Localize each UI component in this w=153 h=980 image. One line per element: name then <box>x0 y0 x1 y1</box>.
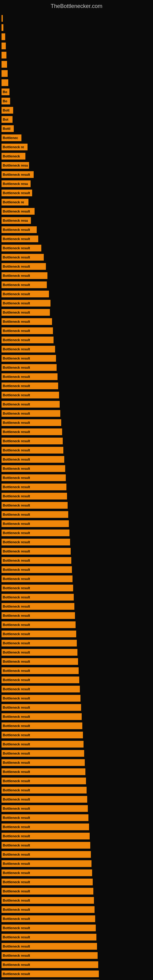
bar-label: Bottleneck result <box>3 899 30 902</box>
bar: Bottleneck result <box>2 667 79 674</box>
bar-label: Bottleneck result <box>3 687 30 691</box>
bar: Bottleneck result <box>2 649 77 656</box>
bar: Bottleneck result <box>2 189 32 196</box>
bar: Bottleneck result <box>2 851 91 858</box>
bar: Bottleneck resu <box>2 162 29 169</box>
bar: Bottleneck result <box>2 695 80 702</box>
bar-row: Bottleneck result <box>2 262 153 271</box>
bar-row: Bottleneck result <box>2 611 153 620</box>
bar-row: Bottleneck result <box>2 786 153 794</box>
bar-row: Bottleneck result <box>2 354 153 363</box>
bar <box>2 61 7 68</box>
bar-row: Bo <box>2 97 153 105</box>
bar: Bottleneck result <box>2 245 41 251</box>
bar-row: Bottleneck result <box>2 326 153 335</box>
bar-row: Bottleneck result <box>2 189 153 197</box>
bar: Bottleneck result <box>2 539 70 546</box>
bar-label: Bottleneck result <box>3 476 30 480</box>
bar-label: Bottleneck result <box>3 558 30 562</box>
bar: Bottleneck result <box>2 502 68 509</box>
bar-row <box>2 78 153 87</box>
bar-row: Bottleneck result <box>2 869 153 877</box>
bar-label: Bottleneck result <box>3 908 30 912</box>
bar-row: Bottleneck result <box>2 437 153 445</box>
bar: Bott <box>2 107 13 114</box>
bar-label: Bottleneck result <box>3 586 30 590</box>
bar-label: Bottleneck result <box>3 255 30 259</box>
bar-label: Bottleneck result <box>3 825 30 829</box>
bar-row: Bottleneck result <box>2 574 153 583</box>
bar: Bottleneck result <box>2 493 67 500</box>
bar-label: Bottleneck result <box>3 632 30 636</box>
bar-row: Bottleneck result <box>2 538 153 546</box>
bar-row: Bottleneck result <box>2 832 153 840</box>
bar-row: Bottleneck result <box>2 630 153 638</box>
bar: Bottleneck result <box>2 603 74 610</box>
bar: Bottleneck result <box>2 805 88 812</box>
bar: Bottleneck result <box>2 869 92 876</box>
bar: Bottleneck result <box>2 704 81 711</box>
bar-row: Bottleneck result <box>2 822 153 831</box>
bar: Bottleneck result <box>2 226 37 233</box>
bar-label: Bottleneck result <box>3 605 30 608</box>
bar: Bottleneck result <box>2 410 60 417</box>
bar: Bottleneck result <box>2 897 94 904</box>
bar-row: Bottleneck result <box>2 676 153 684</box>
bar-row: Bottleneck resu <box>2 180 153 188</box>
bar: Bottleneck result <box>2 566 72 573</box>
bar-label: Bottl <box>3 127 10 130</box>
bar-label: Bottleneck resu <box>3 164 28 167</box>
bar-label: Bottleneck result <box>3 430 30 434</box>
bar-label: Bottleneck result <box>3 751 30 755</box>
bar-row: Bottleneck result <box>2 510 153 519</box>
bar: Bottleneck result <box>2 401 60 407</box>
bar: Bottleneck result <box>2 612 75 619</box>
bar: Bottleneck result <box>2 732 83 738</box>
bar-label: Bottleneck <box>3 154 20 158</box>
bar-label: Bottleneck result <box>3 880 30 884</box>
bar: Bottleneck result <box>2 465 65 472</box>
bar-row <box>2 69 153 78</box>
bar-label: Bottleneck result <box>3 393 30 397</box>
bar-label: Bottleneck result <box>3 412 30 415</box>
bar-label: Bottleneck result <box>3 945 30 948</box>
bar-label: Bottleneck result <box>3 779 30 783</box>
bar: Bottleneck <box>2 153 26 159</box>
bar: Bottleneck result <box>2 824 89 830</box>
bar-row: Bottleneck result <box>2 207 153 216</box>
bar: Bottleneck result <box>2 943 97 950</box>
bar-row: Bottleneck re <box>2 143 153 151</box>
bar: Bot <box>2 116 13 123</box>
bar-label: Bottleneck result <box>3 274 30 277</box>
bar <box>2 15 3 22</box>
bar-row <box>2 14 153 23</box>
bar: Bottleneck result <box>2 318 52 325</box>
bar-label: Bottleneck result <box>3 935 30 939</box>
bar-label: Bottleneck result <box>3 301 30 305</box>
bar: Bottleneck result <box>2 557 71 564</box>
bar <box>2 24 3 31</box>
bar-row: Bottleneck <box>2 152 153 161</box>
bar: Bottleneck result <box>2 548 71 555</box>
bar-row: Bottlenec <box>2 134 153 142</box>
bar-label: Bottleneck result <box>3 356 30 360</box>
bar-row: Bottleneck result <box>2 464 153 473</box>
bar-label: Bottleneck result <box>3 807 30 810</box>
bar-label: Bottleneck result <box>3 697 30 700</box>
bar-label: Bottleneck result <box>3 816 30 819</box>
bar-label: Bottleneck result <box>3 310 30 314</box>
bar-row: Bottleneck result <box>2 915 153 923</box>
bar-row: Bottleneck result <box>2 767 153 776</box>
bar-row: Bottleneck result <box>2 483 153 491</box>
bar-label: Bottleneck resu <box>3 182 28 186</box>
bar-row: Bottleneck result <box>2 372 153 381</box>
bar: Bottleneck result <box>2 961 98 968</box>
bar-label: Bottleneck result <box>3 871 30 875</box>
bar-row: Bottleneck result <box>2 235 153 243</box>
bar-label: Bottleneck result <box>3 329 30 332</box>
bar-label: Bottleneck result <box>3 467 30 470</box>
bar-label: Bot <box>3 118 8 121</box>
bar: Bottleneck result <box>2 300 51 307</box>
bar-label: Bottleneck result <box>3 660 30 663</box>
bar-row: Bott <box>2 106 153 115</box>
